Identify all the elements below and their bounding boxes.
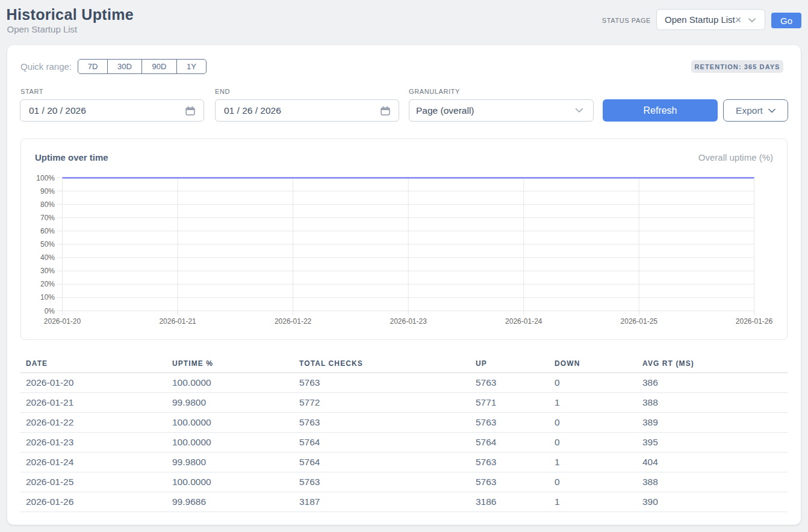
svg-text:2026-01-25: 2026-01-25 xyxy=(621,317,658,326)
svg-text:70%: 70% xyxy=(40,214,55,222)
svg-text:2026-01-20: 2026-01-20 xyxy=(44,317,81,326)
svg-text:0%: 0% xyxy=(45,307,55,315)
svg-text:90%: 90% xyxy=(40,187,55,196)
svg-text:60%: 60% xyxy=(40,227,55,235)
svg-text:2026-01-26: 2026-01-26 xyxy=(736,317,773,326)
svg-text:2026-01-23: 2026-01-23 xyxy=(390,317,427,326)
svg-text:40%: 40% xyxy=(40,253,55,262)
svg-text:2026-01-21: 2026-01-21 xyxy=(159,317,196,326)
svg-text:30%: 30% xyxy=(40,267,55,275)
svg-text:100%: 100% xyxy=(36,174,55,182)
svg-text:2026-01-22: 2026-01-22 xyxy=(275,317,312,326)
svg-text:20%: 20% xyxy=(40,280,55,288)
svg-text:80%: 80% xyxy=(40,200,55,209)
svg-text:10%: 10% xyxy=(40,293,55,302)
svg-text:2026-01-24: 2026-01-24 xyxy=(505,317,542,326)
svg-text:50%: 50% xyxy=(40,240,55,249)
